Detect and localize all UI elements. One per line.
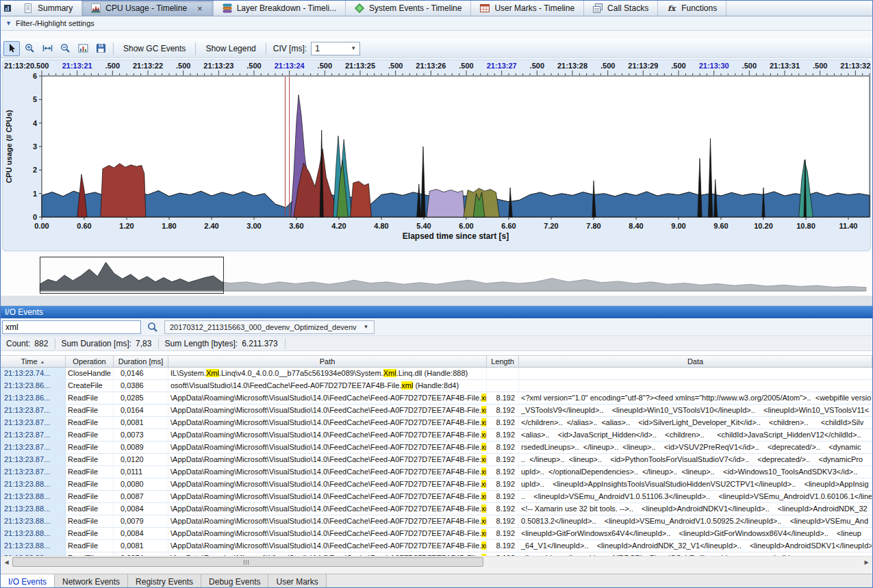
tab-functions[interactable]: fxFunctions bbox=[658, 1, 726, 16]
svg-text:.500: .500 bbox=[600, 62, 615, 70]
svg-text:0.00: 0.00 bbox=[34, 222, 49, 230]
table-row[interactable]: 21:13:23.87...ReadFile0,0081\AppData\Roa… bbox=[1, 417, 872, 429]
bottom-tab-debug-events[interactable]: Debug Events bbox=[201, 574, 268, 588]
svg-text:21:13:27: 21:13:27 bbox=[487, 62, 517, 70]
bottom-tab-user-marks[interactable]: User Marks bbox=[268, 574, 326, 588]
tab-close-icon[interactable]: × bbox=[196, 5, 204, 12]
svg-text:2: 2 bbox=[33, 166, 37, 174]
svg-text:4.20: 4.20 bbox=[331, 222, 346, 230]
column-header-data[interactable]: Data bbox=[519, 356, 872, 367]
cpu-usage-chart[interactable]: 21:13:20.50021:13:21.50021:13:22.50021:1… bbox=[3, 60, 871, 251]
show-gc-events-button[interactable]: Show GC Events bbox=[118, 42, 191, 55]
table-row[interactable]: 21:13:23.86...CreateFile0,0386osoft\Visu… bbox=[1, 380, 872, 392]
svg-text:21:13:20.500: 21:13:20.500 bbox=[4, 62, 49, 70]
cell-dur: 0,0079 bbox=[114, 515, 168, 527]
zoom-in-icon bbox=[25, 43, 35, 53]
collapse-triangle-icon: ▼ bbox=[5, 20, 12, 27]
cell-data bbox=[519, 380, 872, 392]
table-row[interactable]: 21:13:23.87...ReadFile0,0164\AppData\Roa… bbox=[1, 405, 872, 417]
cell-op: ReadFile bbox=[66, 503, 114, 515]
cell-time: 21:13:23.87... bbox=[1, 405, 66, 416]
civ-combobox[interactable]: 1 ▼ bbox=[311, 42, 360, 55]
svg-text:21:13:24: 21:13:24 bbox=[275, 62, 305, 70]
chart-options-icon bbox=[78, 43, 88, 53]
cell-data: .. </lineup>.. <lineup>.. <id>PythonTool… bbox=[519, 454, 872, 465]
svg-text:11.40: 11.40 bbox=[839, 222, 858, 230]
bottom-tab-network-events[interactable]: Network Events bbox=[55, 574, 128, 588]
svg-text:5.40: 5.40 bbox=[416, 222, 431, 230]
search-button[interactable] bbox=[144, 320, 161, 334]
save-button[interactable] bbox=[92, 41, 109, 56]
cell-len: 8.192 bbox=[487, 454, 519, 465]
svg-text:Elapsed time since start [s]: Elapsed time since start [s] bbox=[403, 231, 509, 241]
cell-data: <alias>.. <id>JavaScript_Hidden</id>.. <… bbox=[519, 429, 872, 441]
column-header-time[interactable]: Time▲ bbox=[1, 356, 66, 367]
cell-path: \AppData\Roaming\Microsoft\VisualStudio\… bbox=[168, 503, 487, 515]
table-row[interactable]: 21:13:23.74...CloseHandle0,0146IL\System… bbox=[1, 368, 872, 380]
svg-text:9.60: 9.60 bbox=[713, 222, 728, 230]
bottom-tab-i-o-events[interactable]: I/O Events bbox=[1, 574, 55, 588]
cell-time: 21:13:23.87... bbox=[1, 454, 66, 465]
table-row[interactable]: 21:13:23.86...ReadFile0,0285\AppData\Roa… bbox=[1, 392, 872, 405]
cell-len: 8.192 bbox=[487, 417, 519, 429]
tab-call-stacks[interactable]: Call Stacks bbox=[584, 1, 658, 16]
tab-summary[interactable]: Summary bbox=[14, 1, 82, 16]
tab-layer-breakdown-timeli[interactable]: Layer Breakdown - Timeli... bbox=[214, 1, 346, 16]
cell-path: \AppData\Roaming\Microsoft\VisualStudio\… bbox=[168, 392, 487, 404]
cell-dur: 0,0081 bbox=[114, 417, 168, 429]
cell-path: \AppData\Roaming\Microsoft\VisualStudio\… bbox=[168, 478, 487, 490]
cell-dur: 0,0084 bbox=[114, 528, 168, 539]
table-row[interactable]: 21:13:23.88...ReadFile0,0079\AppData\Roa… bbox=[1, 515, 872, 528]
search-icon bbox=[147, 322, 158, 333]
filter-settings-bar[interactable]: ▼ Filter-/Highlight settings bbox=[1, 16, 872, 31]
tab-cpu-usage-timeline[interactable]: CPU Usage - Timeline× bbox=[82, 1, 213, 16]
io-events-header: I/O Events bbox=[1, 306, 872, 318]
select-tool-button[interactable] bbox=[3, 41, 20, 56]
tab-user-marks-timeline[interactable]: User Marks - Timeline bbox=[471, 1, 584, 16]
column-header-length[interactable]: Length bbox=[487, 356, 519, 367]
stat-label: Sum Duration [ms]: bbox=[55, 339, 136, 348]
table-row[interactable]: 21:13:23.88...ReadFile0,0080\AppData\Roa… bbox=[1, 478, 872, 491]
table-row[interactable]: 21:13:23.88...ReadFile0,0081\AppData\Roa… bbox=[1, 540, 872, 552]
column-header-operation[interactable]: Operation bbox=[66, 356, 114, 367]
cell-time: 21:13:23.87... bbox=[1, 442, 66, 453]
show-legend-button[interactable]: Show Legend bbox=[200, 42, 261, 55]
zoom-fit-button[interactable] bbox=[39, 41, 55, 56]
splitter[interactable] bbox=[1, 296, 872, 306]
layer-breakdown-icon bbox=[223, 3, 233, 13]
svg-text:.500: .500 bbox=[176, 62, 190, 70]
table-row[interactable]: 21:13:23.87...ReadFile0,0111\AppData\Roa… bbox=[1, 466, 872, 478]
column-header-duration-ms[interactable]: Duration [ms] bbox=[114, 356, 168, 367]
trace-selector[interactable]: 20170312_211315663_000_devenv_Optimized_… bbox=[164, 320, 375, 334]
cell-len bbox=[487, 380, 519, 392]
cell-op: CloseHandle bbox=[66, 368, 114, 379]
column-header-path[interactable]: Path bbox=[168, 356, 487, 367]
tab-label: User Marks - Timeline bbox=[494, 3, 574, 13]
scroll-right-arrow-icon[interactable]: ▶ bbox=[861, 557, 872, 567]
tab-system-events-timeline[interactable]: System Events - Timeline bbox=[346, 1, 471, 16]
cell-op: ReadFile bbox=[66, 528, 114, 539]
scrollbar-grip-icon bbox=[244, 560, 249, 565]
chart-options-button[interactable] bbox=[75, 41, 91, 56]
cell-time: 21:13:23.88... bbox=[1, 515, 66, 527]
svg-text:21:13:29: 21:13:29 bbox=[628, 62, 658, 70]
table-row[interactable]: 21:13:23.87...ReadFile0,0073\AppData\Roa… bbox=[1, 429, 872, 442]
cell-path: \AppData\Roaming\Microsoft\VisualStudio\… bbox=[168, 466, 487, 478]
svg-text:.500: .500 bbox=[388, 62, 403, 70]
table-row[interactable]: 21:13:23.88...ReadFile0,0084\AppData\Roa… bbox=[1, 503, 872, 515]
table-row[interactable]: 21:13:23.87...ReadFile0,0120\AppData\Roa… bbox=[1, 454, 872, 466]
scrollbar-thumb[interactable] bbox=[12, 557, 483, 567]
zoom-out-button[interactable] bbox=[57, 41, 73, 56]
zoom-in-button[interactable] bbox=[21, 41, 38, 56]
scroll-left-arrow-icon[interactable]: ◀ bbox=[1, 557, 12, 567]
timeline-overview-chart[interactable] bbox=[1, 255, 871, 295]
table-row[interactable]: 21:13:23.88...ReadFile0,0087\AppData\Roa… bbox=[1, 491, 872, 503]
svg-text:8.40: 8.40 bbox=[629, 222, 643, 230]
search-input[interactable] bbox=[2, 320, 141, 334]
horizontal-scrollbar[interactable]: ◀ ▶ bbox=[1, 556, 872, 567]
cell-data: .. <lineupId>VSEmu_AndroidV1.0.51106.3</… bbox=[519, 491, 872, 502]
bottom-tab-registry-events[interactable]: Registry Events bbox=[128, 574, 201, 588]
table-row[interactable]: 21:13:23.87...ReadFile0,0089\AppData\Roa… bbox=[1, 442, 872, 454]
svg-text:1.80: 1.80 bbox=[162, 222, 176, 230]
table-row[interactable]: 21:13:23.88...ReadFile0,0084\AppData\Roa… bbox=[1, 528, 872, 540]
